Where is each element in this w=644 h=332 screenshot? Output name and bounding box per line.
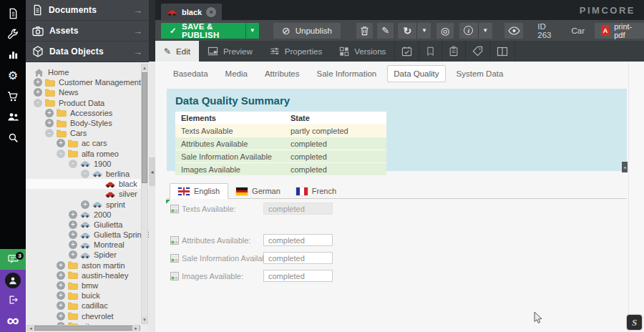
tree-item[interactable]: aston martin xyxy=(26,260,149,270)
file-icon[interactable] xyxy=(0,3,26,24)
field-value-input[interactable]: completed xyxy=(263,252,333,264)
tree-expander-icon[interactable] xyxy=(57,150,65,158)
locate-in-tree-button[interactable]: ◎ xyxy=(436,23,453,39)
tree-item[interactable]: chevrolet xyxy=(26,311,149,321)
scrollbar-thumb[interactable] xyxy=(142,72,147,183)
language-tab[interactable]: English xyxy=(170,183,228,199)
announcements-button[interactable]: 3 xyxy=(0,249,26,270)
tree-item[interactable]: Accessories xyxy=(26,108,149,118)
tree-item[interactable]: buick xyxy=(26,290,149,301)
subtab[interactable]: System Data xyxy=(450,65,510,82)
language-tab[interactable]: German xyxy=(228,184,288,198)
tree-item[interactable]: black xyxy=(26,179,149,189)
print-pdf-button[interactable]: A print-pdf xyxy=(595,23,644,39)
tree-item[interactable]: Spider xyxy=(26,250,149,260)
tree-item[interactable]: 2000 xyxy=(26,210,149,220)
accordion-data-objects[interactable]: Data Objects → xyxy=(26,42,149,62)
tree-item[interactable]: Montreal xyxy=(26,240,149,250)
tab-notes[interactable] xyxy=(419,41,441,62)
tree-item[interactable]: sprint xyxy=(26,199,149,209)
subtab[interactable]: Data Quality xyxy=(387,65,445,82)
subtab[interactable]: Media xyxy=(219,65,254,82)
scroll-left-button[interactable]: ◄ xyxy=(27,326,34,331)
subtab[interactable]: Basedata xyxy=(167,65,215,82)
tree-item[interactable]: Home xyxy=(26,67,149,77)
scroll-right-button[interactable]: ► xyxy=(132,326,140,331)
tab-properties[interactable]: Properties xyxy=(261,41,331,62)
tree-expander-icon[interactable] xyxy=(34,88,42,97)
search-icon[interactable] xyxy=(0,127,26,148)
tree-expander-icon[interactable] xyxy=(57,261,65,270)
subtab[interactable]: Sale Information xyxy=(311,65,384,82)
unpublish-button[interactable]: ⊘ Unpublish xyxy=(273,23,341,39)
scroll-down-button[interactable]: ▼ xyxy=(142,316,147,323)
tree-item[interactable]: alfa romeo xyxy=(26,149,149,159)
accordion-assets[interactable]: Assets → xyxy=(26,21,149,42)
tree-expander-icon[interactable] xyxy=(69,160,77,168)
tab-versions[interactable]: Versions xyxy=(331,41,394,62)
subtab[interactable]: Attributes xyxy=(258,65,306,82)
tree-expander-icon[interactable] xyxy=(81,200,89,209)
preview-eye-button[interactable] xyxy=(504,23,524,39)
screenshot-tool-icon[interactable]: S xyxy=(627,315,642,330)
rename-button[interactable]: ✎ xyxy=(377,23,394,39)
tree-expander-icon[interactable] xyxy=(57,271,65,280)
tree-vertical-scrollbar[interactable]: ▲ ▼ xyxy=(141,64,148,324)
save-menu-caret[interactable]: ▼ xyxy=(245,23,259,39)
tree-item[interactable]: bmw xyxy=(26,280,149,290)
tree-expander-icon[interactable] xyxy=(69,210,77,219)
users-icon[interactable] xyxy=(0,107,26,127)
tree-item[interactable]: Body-Styles xyxy=(26,118,149,128)
tree-item[interactable]: silver xyxy=(26,189,149,199)
tab-schedule[interactable] xyxy=(394,41,419,62)
pimcore-logo-icon[interactable]: ∞ xyxy=(0,311,26,330)
tree-item[interactable]: berlina xyxy=(26,169,149,179)
tab-workflow[interactable] xyxy=(489,41,515,62)
logout-icon[interactable] xyxy=(0,292,26,308)
info-menu-caret[interactable]: ▼ xyxy=(478,23,492,39)
panel-splitter[interactable]: ◂ xyxy=(149,0,155,332)
tab-tags[interactable] xyxy=(465,41,489,62)
tree-expander-icon[interactable] xyxy=(57,291,65,300)
field-value-input[interactable]: completed xyxy=(263,270,333,282)
reload-menu-caret[interactable]: ▼ xyxy=(416,23,431,39)
tree-expander-icon[interactable] xyxy=(45,119,54,127)
tree-item[interactable]: Gulietta Sprint Specia xyxy=(26,230,149,240)
collapse-right-handle[interactable]: ◂ xyxy=(622,162,628,172)
scrollbar-thumb[interactable] xyxy=(34,326,140,331)
open-object-tab[interactable]: black × xyxy=(161,4,222,20)
wrench-icon[interactable] xyxy=(0,24,26,44)
tree-expander-icon[interactable] xyxy=(57,301,65,310)
tree-expander-icon[interactable] xyxy=(34,99,42,107)
tree-item[interactable]: cadillac xyxy=(26,301,149,311)
tree-item[interactable]: Cars xyxy=(26,128,149,138)
collapse-left-handle[interactable]: ◂ xyxy=(149,157,155,186)
close-icon[interactable]: × xyxy=(206,7,216,17)
info-button[interactable]: i ▼ xyxy=(459,23,492,39)
tree-item[interactable]: News xyxy=(26,87,149,97)
save-publish-button[interactable]: ✓SAVE & PUBLISH ▼ xyxy=(161,23,259,39)
tree-item[interactable]: 1900 xyxy=(26,159,149,169)
tree-expander-icon[interactable] xyxy=(45,129,54,137)
tree-expander-icon[interactable] xyxy=(81,170,89,178)
tree-horizontal-scrollbar[interactable]: ◄ ► xyxy=(26,325,140,331)
tab-preview[interactable]: Preview xyxy=(199,41,261,62)
tab-dependencies[interactable] xyxy=(441,41,465,62)
tree-item[interactable]: ac cars xyxy=(26,138,149,148)
avatar[interactable] xyxy=(5,273,21,288)
tree-item[interactable]: Customer Management xyxy=(26,77,149,87)
accordion-documents[interactable]: Documents → xyxy=(26,0,149,21)
tree-expander-icon[interactable] xyxy=(69,230,77,239)
tree-expander-icon[interactable] xyxy=(57,281,65,290)
tree-item[interactable]: Product Data xyxy=(26,98,149,108)
field-value-input[interactable]: completed xyxy=(263,202,333,215)
tree-expander-icon[interactable] xyxy=(57,139,65,147)
tree-item[interactable]: austin-healey xyxy=(26,270,149,280)
scroll-up-button[interactable]: ▲ xyxy=(142,64,147,72)
tab-edit[interactable]: ✎ Edit xyxy=(155,41,199,62)
tree-item[interactable]: Giulietta xyxy=(26,220,149,230)
cart-icon[interactable] xyxy=(0,86,26,107)
tree-expander-icon[interactable] xyxy=(45,109,54,117)
tree-expander-icon[interactable] xyxy=(69,250,77,259)
tree-expander-icon[interactable] xyxy=(69,220,77,229)
